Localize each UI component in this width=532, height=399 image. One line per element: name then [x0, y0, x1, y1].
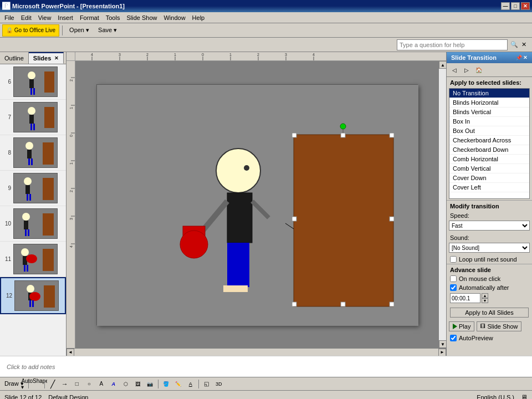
- panel-pin-icon[interactable]: 📌: [516, 55, 522, 60]
- slide-thumb-11[interactable]: 11: [0, 242, 66, 277]
- line-color-button[interactable]: ✏️: [173, 379, 184, 389]
- loop-checkbox[interactable]: [450, 256, 457, 263]
- apply-to-label: Apply to selected slides:: [447, 77, 532, 87]
- transition-item-no-transition[interactable]: No Transition: [449, 89, 529, 98]
- menu-view[interactable]: View: [35, 13, 55, 22]
- slide-thumb-12[interactable]: 12: [0, 277, 66, 314]
- office-live-button[interactable]: 🔒 Go to Office Live: [2, 24, 59, 37]
- notes-area[interactable]: Click to add notes: [0, 356, 532, 377]
- time-up-button[interactable]: ▲: [482, 293, 488, 298]
- svg-rect-31: [43, 249, 54, 271]
- menu-file[interactable]: File: [1, 13, 18, 22]
- scroll-up-button[interactable]: ▲: [439, 61, 446, 69]
- save-button[interactable]: Save ▾: [94, 24, 121, 37]
- menu-format[interactable]: Format: [76, 13, 103, 22]
- svg-point-90: [216, 149, 260, 193]
- slide-thumb-9[interactable]: 9: [0, 171, 66, 206]
- svg-text:2: 2: [257, 53, 259, 57]
- menu-insert[interactable]: Insert: [54, 13, 76, 22]
- auto-after-checkbox[interactable]: [450, 284, 457, 291]
- open-button[interactable]: Open ▾: [65, 24, 93, 37]
- modify-transition-label: Modify transition: [447, 200, 532, 211]
- wordart-tool[interactable]: A: [108, 379, 119, 389]
- loop-label: Loop until next sound: [459, 256, 517, 263]
- arrow-tool[interactable]: →: [59, 379, 70, 389]
- auto-time-input[interactable]: [450, 293, 480, 303]
- tab-outline[interactable]: Outline: [0, 52, 29, 64]
- diagram-tool[interactable]: ⬡: [120, 379, 131, 389]
- slide-thumb-6[interactable]: 6: [0, 64, 66, 100]
- play-button[interactable]: Play: [449, 321, 474, 331]
- autoshapes-button[interactable]: AutoShapes ▾: [31, 379, 42, 389]
- line-tool[interactable]: ╱: [47, 379, 58, 389]
- scroll-right-button[interactable]: ►: [438, 349, 446, 356]
- transition-item-cover-left[interactable]: Cover Left: [449, 183, 529, 192]
- maximize-button[interactable]: □: [511, 2, 520, 10]
- textbox-tool[interactable]: A: [96, 379, 107, 389]
- clipart-tool[interactable]: 🖼: [132, 379, 144, 389]
- transition-item-checker-across[interactable]: Checkerboard Across: [449, 136, 529, 145]
- slide-thumb-8[interactable]: 8: [0, 135, 66, 171]
- time-down-button[interactable]: ▼: [482, 298, 488, 303]
- transition-item-box-out[interactable]: Box Out: [449, 126, 529, 136]
- help-search-input[interactable]: [397, 39, 508, 50]
- scroll-left-button[interactable]: ◄: [66, 349, 74, 356]
- 3d-button[interactable]: 3D: [213, 379, 224, 389]
- ruler-corner: [66, 52, 75, 61]
- transition-item-box-in[interactable]: Box In: [449, 117, 529, 126]
- slide-thumb-10[interactable]: 10: [0, 206, 66, 242]
- svg-rect-86: [292, 302, 296, 306]
- sound-label: Sound:: [450, 234, 469, 241]
- slideshow-icon: 🎞: [480, 324, 485, 329]
- transition-item-comb-v[interactable]: Comb Vertical: [449, 164, 529, 173]
- transition-item-cover-down[interactable]: Cover Down: [449, 173, 529, 183]
- slide-thumb-7[interactable]: 7: [0, 100, 66, 135]
- panel-close-icon[interactable]: ✕: [54, 55, 59, 61]
- tab-slides[interactable]: Slides ✕: [29, 52, 64, 64]
- slide-main[interactable]: [96, 84, 418, 325]
- panel-close-icon[interactable]: ✕: [523, 55, 528, 60]
- slide-canvas[interactable]: [75, 61, 438, 348]
- menu-edit[interactable]: Edit: [18, 13, 35, 22]
- scroll-down-button[interactable]: ▼: [439, 340, 446, 348]
- panel-tb-btn-2[interactable]: ▷: [461, 65, 472, 75]
- svg-text:0: 0: [202, 53, 204, 57]
- svg-point-88: [340, 124, 346, 129]
- speed-dropdown[interactable]: Fast Medium Slow: [449, 221, 530, 231]
- panel-tb-btn-1[interactable]: ◁: [449, 65, 460, 75]
- design-name: Default Design: [48, 394, 88, 400]
- minimize-button[interactable]: —: [501, 2, 510, 10]
- panel-title: Slide Transition: [451, 54, 497, 61]
- menu-tools[interactable]: Tools: [103, 13, 124, 22]
- canvas-scrollbar-right[interactable]: ▲ ▼: [438, 61, 446, 348]
- rect-tool[interactable]: □: [71, 379, 83, 389]
- panel-tb-btn-3[interactable]: 🏠: [473, 65, 484, 75]
- transition-list[interactable]: No Transition Blinds Horizontal Blinds V…: [449, 88, 530, 199]
- font-color-button[interactable]: A: [185, 379, 196, 389]
- transition-item-blinds-h[interactable]: Blinds Horizontal: [449, 98, 529, 108]
- close-button[interactable]: ✕: [521, 2, 530, 10]
- menu-window[interactable]: Window: [160, 13, 188, 22]
- fill-color-button[interactable]: 🪣: [161, 379, 172, 389]
- transition-item-blinds-v[interactable]: Blinds Vertical: [449, 108, 529, 117]
- sound-dropdown[interactable]: [No Sound]: [449, 243, 530, 253]
- svg-rect-4: [30, 88, 32, 95]
- autopreview-row: AutoPreview: [447, 333, 532, 343]
- status-bar: Slide 12 of 12 Default Design English (U…: [0, 390, 532, 399]
- canvas-scrollbar-bottom[interactable]: ◄ ►: [66, 348, 446, 356]
- transition-item-comb-h[interactable]: Comb Horizontal: [449, 155, 529, 164]
- picture-tool[interactable]: 📷: [145, 379, 156, 389]
- shadow-button[interactable]: ◱: [201, 379, 212, 389]
- ellipse-tool[interactable]: ○: [84, 379, 95, 389]
- autopreview-checkbox[interactable]: [450, 335, 457, 341]
- transition-item-checker-down[interactable]: Checkerboard Down: [449, 145, 529, 155]
- menu-help[interactable]: Help: [189, 13, 208, 22]
- scroll-track[interactable]: [439, 69, 446, 340]
- apply-all-button[interactable]: Apply to All Slides: [450, 308, 529, 318]
- svg-rect-3: [29, 79, 34, 88]
- close-help-button[interactable]: ✕: [521, 39, 530, 51]
- help-search-button[interactable]: 🔍: [510, 39, 519, 51]
- slideshow-button[interactable]: 🎞 Slide Show: [477, 321, 521, 331]
- mouse-click-checkbox[interactable]: [450, 275, 457, 282]
- menu-slideshow[interactable]: Slide Show: [123, 13, 160, 22]
